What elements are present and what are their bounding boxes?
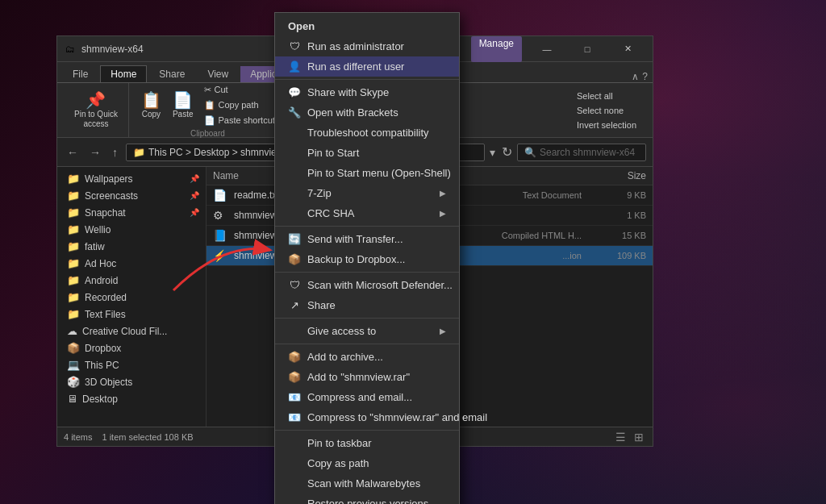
sidebar-label: Dropbox (85, 343, 121, 354)
cm-7zip[interactable]: 7-Zip ▶ (275, 183, 459, 203)
title-bar-controls: Manage — □ ✕ (471, 36, 646, 62)
minimize-button[interactable]: — (528, 36, 565, 62)
cm-pin-taskbar[interactable]: Pin to taskbar (275, 433, 459, 453)
tab-share[interactable]: Share (148, 65, 195, 82)
sidebar-item-creativecloud[interactable]: ☁ Creative Cloud Fil... (57, 323, 206, 339)
sidebar-item-snapchat[interactable]: 📁 Snapchat 📌 (57, 204, 206, 221)
sidebar-item-screencasts[interactable]: 📁 Screencasts 📌 (57, 187, 206, 204)
refresh-button[interactable]: ↻ (502, 144, 512, 160)
copy-button[interactable]: 📋 Copy (137, 90, 165, 121)
user-icon: 👤 (288, 60, 301, 73)
cm-scan-defender[interactable]: 🛡 Scan with Microsoft Defender... (275, 275, 459, 295)
ribbon-group-clipboard: 📋 Copy 📄 Paste ✂ Cut 📋 Copy path (131, 83, 286, 137)
sidebar-label: Desktop (82, 394, 118, 405)
maximize-button[interactable]: □ (569, 36, 606, 62)
cut-button[interactable]: ✂ Cut (201, 83, 278, 97)
tiles-view-button[interactable]: ⊞ (632, 430, 646, 444)
paste-icon: 📄 (173, 92, 193, 108)
cm-copy-path[interactable]: Copy as path (275, 453, 459, 473)
sidebar-item-dropbox[interactable]: 📦 Dropbox (57, 339, 206, 356)
cm-separator-2 (275, 226, 459, 227)
cm-add-archive[interactable]: 📦 Add to archive... (275, 347, 459, 367)
help-button[interactable]: ? (642, 71, 648, 82)
details-view-button[interactable]: ☰ (613, 430, 628, 444)
share-icon: ↗ (288, 299, 301, 311)
cm-open-brackets[interactable]: 🔧 Open with Brackets (275, 102, 459, 123)
cm-run-administrator[interactable]: 🛡 Run as administrator (275, 36, 459, 56)
sidebar-item-adhoc[interactable]: 📁 Ad Hoc (57, 255, 206, 272)
cm-send-transfer[interactable]: 🔄 Send with Transfer... (275, 229, 459, 249)
ribbon-select-small-group: Select all Select none Invert selection (574, 90, 640, 131)
pin-quick-access-button[interactable]: 📌 Pin to Quickaccess (70, 90, 122, 131)
up-button[interactable]: ↑ (109, 144, 121, 160)
items-count: 4 items (64, 432, 92, 442)
path-text: This PC > Desktop > shmnvie... (148, 147, 285, 158)
dropbox-icon: 📦 (288, 253, 301, 265)
sidebar-item-fatiw[interactable]: 📁 fatiw (57, 238, 206, 255)
cm-troubleshoot[interactable]: Troubleshoot compatibility (275, 123, 459, 143)
cm-run-different-user[interactable]: 👤 Run as different user (275, 56, 459, 77)
cm-compress-email[interactable]: 📧 Compress and email... (275, 387, 459, 407)
sidebar-item-android[interactable]: 📁 Android (57, 272, 206, 289)
tab-home[interactable]: Home (100, 65, 147, 82)
back-button[interactable]: ← (64, 144, 81, 160)
copy-path-icon: 📋 (204, 100, 215, 110)
email-icon: 📧 (288, 411, 301, 423)
context-menu: Open 🛡 Run as administrator 👤 Run as dif… (274, 12, 460, 504)
sidebar-item-desktop[interactable]: 🖥 Desktop (57, 390, 206, 407)
sidebar-item-wellio[interactable]: 📁 Wellio (57, 221, 206, 238)
cm-separator-1 (275, 79, 459, 80)
tab-file[interactable]: File (62, 65, 98, 82)
cm-open-header[interactable]: Open (275, 16, 459, 36)
paste-shortcut-button[interactable]: 📄 Paste shortcut (201, 114, 278, 127)
cfg-file-icon: ⚙ (213, 209, 229, 222)
ribbon-group-pin: 📌 Pin to Quickaccess (64, 83, 129, 137)
manage-button[interactable]: Manage (471, 36, 522, 62)
cm-restore-versions[interactable]: Restore previous versions (275, 494, 459, 504)
sidebar-label: Wellio (85, 224, 111, 235)
sidebar-label: This PC (85, 360, 119, 371)
tab-view[interactable]: View (197, 65, 239, 82)
cm-pin-start-openshell[interactable]: Pin to Start menu (Open-Shell) (275, 163, 459, 183)
txt-file-icon: 📄 (213, 189, 229, 202)
select-none-button[interactable]: Select none (574, 104, 640, 117)
cm-pin-start[interactable]: Pin to Start (275, 143, 459, 163)
ribbon-group-select: Select all Select none Invert selection (567, 83, 646, 137)
copy-path-button[interactable]: 📋 Copy path (201, 98, 278, 112)
search-placeholder: Search shmnview-x64 (540, 147, 635, 158)
cm-add-rar[interactable]: 📦 Add to "shmnview.rar" (275, 367, 459, 387)
cm-scan-malwarebytes[interactable]: Scan with Malwarebytes (275, 473, 459, 494)
sidebar-label: Android (85, 275, 118, 286)
sidebar-label: fatiw (85, 241, 105, 252)
cm-share-skype[interactable]: 💬 Share with Skype (275, 82, 459, 102)
forward-button[interactable]: → (86, 144, 104, 160)
sidebar-item-textfiles[interactable]: 📁 Text Files (57, 306, 206, 323)
cm-separator-3 (275, 272, 459, 273)
sidebar-item-3dobjects[interactable]: 🎲 3D Objects (57, 373, 206, 390)
cm-backup-dropbox[interactable]: 📦 Backup to Dropbox... (275, 249, 459, 269)
cm-give-access[interactable]: Give access to ▶ (275, 321, 459, 341)
pin-indicator: 📌 (190, 191, 199, 200)
pc-icon: 💻 (67, 359, 80, 371)
dropdown-arrow-icon[interactable]: ▾ (490, 146, 495, 159)
close-button[interactable]: ✕ (609, 36, 646, 62)
chm-file-icon: 📘 (213, 229, 229, 242)
folder-icon: 📁 (67, 206, 80, 219)
cm-share[interactable]: ↗ Share (275, 295, 459, 315)
invert-selection-button[interactable]: Invert selection (574, 119, 640, 131)
sidebar-label: Snapchat (85, 207, 126, 219)
collapse-ribbon-button[interactable]: ∧ (632, 71, 639, 82)
sidebar-label: Screencasts (85, 190, 138, 202)
submenu-arrow-icon: ▶ (440, 189, 446, 198)
cm-crc-sha[interactable]: CRC SHA ▶ (275, 203, 459, 223)
search-box[interactable]: 🔍 Search shmnview-x64 (517, 144, 646, 161)
sidebar-item-wallpapers[interactable]: 📁 Wallpapers 📌 (57, 170, 206, 187)
sidebar-item-thispc[interactable]: 💻 This PC (57, 356, 206, 373)
cm-compress-rar-email[interactable]: 📧 Compress to "shmnview.rar" and email (275, 407, 459, 427)
select-all-button[interactable]: Select all (574, 90, 640, 102)
sidebar-item-recorded[interactable]: 📁 Recorded (57, 289, 206, 306)
selected-info: 1 item selected 108 KB (102, 432, 193, 442)
shield-icon: 🛡 (288, 40, 301, 52)
sidebar-label: Wallpapers (85, 173, 133, 185)
paste-button[interactable]: 📄 Paste (169, 90, 198, 121)
